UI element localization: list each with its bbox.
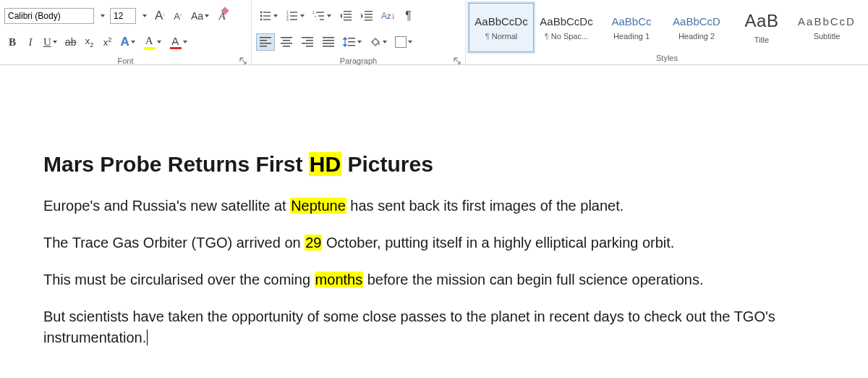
paragraph[interactable]: The Trace Gas Orbiter (TGO) arrived on 2… [43,232,810,253]
multilevel-list-button[interactable]: 1ai [310,7,334,25]
line-spacing-icon [343,36,356,48]
align-center-button[interactable] [277,33,296,51]
clear-formatting-button[interactable]: A [214,7,230,25]
bold-button[interactable]: B [4,33,20,51]
svg-point-2 [260,15,263,17]
paragraph-dialog-launcher[interactable] [452,56,462,66]
svg-rect-31 [283,40,290,41]
justify-button[interactable] [319,33,338,51]
align-left-button[interactable] [256,33,275,51]
highlight-color-button[interactable]: A [140,33,164,51]
superscript-button[interactable]: x2 [99,33,115,51]
paragraph[interactable]: This must be circularised over the comin… [43,269,810,290]
svg-rect-27 [260,40,267,41]
bullets-icon [259,10,272,22]
svg-rect-1 [263,12,271,12]
svg-text:i: i [316,18,317,22]
svg-rect-15 [318,15,324,16]
style-name: Subtitle [814,32,841,41]
svg-rect-32 [281,43,292,44]
grow-font-button[interactable]: Aˆ [152,7,168,25]
style-card-normal[interactable]: AaBbCcDc¶ Normal [469,3,534,52]
svg-rect-22 [365,11,373,12]
style-preview: AaBbCcDc [475,15,527,28]
shrink-font-button[interactable]: Aˇ [170,7,186,25]
svg-rect-7 [290,12,297,12]
style-card-title[interactable]: AaBTitle [729,3,794,52]
text-cursor [147,329,148,345]
styles-gallery[interactable]: AaBbCcDc¶ NormalAaBbCcDc¶ No Spac...AaBb… [466,0,868,52]
font-dialog-launcher[interactable] [238,56,248,66]
styles-group-label: Styles [466,52,868,64]
highlighted-word: 29 [305,235,322,251]
style-preview: AaBbCc [611,15,651,28]
launcher-icon [454,57,461,64]
justify-icon [322,36,335,48]
style-name: Heading 2 [678,32,715,41]
svg-rect-24 [365,17,373,17]
font-size-combo[interactable] [110,8,136,24]
svg-rect-13 [316,12,324,12]
line-spacing-button[interactable] [340,33,365,51]
svg-text:3: 3 [286,17,289,22]
font-group: Aˆ Aˇ Aa A B I U ab x2 x2 A A [0,0,252,64]
highlighted-word: HD [309,152,341,176]
strikethrough-button[interactable]: ab [62,33,80,51]
indent-icon [360,10,373,22]
highlight-swatch [144,47,156,50]
text-effects-button[interactable]: A [117,33,137,51]
svg-rect-30 [281,37,292,38]
style-preview: AaB [745,11,779,31]
highlighted-word: months [315,272,364,287]
show-marks-button[interactable]: ¶ [401,7,417,25]
style-card-subtitle[interactable]: AaBbCcDSubtitle [794,3,859,52]
align-right-icon [301,36,314,48]
font-color-button[interactable]: A [166,33,190,51]
svg-rect-40 [323,43,334,44]
svg-rect-33 [283,46,290,47]
svg-point-0 [260,12,263,14]
svg-rect-28 [260,43,271,44]
svg-rect-44 [348,45,355,46]
style-card-heading-1[interactable]: AaBbCcHeading 1 [599,3,664,52]
svg-rect-18 [344,11,352,12]
font-size-dropdown[interactable] [138,7,150,25]
font-group-label: Font [0,55,251,67]
style-card-no-spac-[interactable]: AaBbCcDc¶ No Spac... [534,3,599,52]
underline-button[interactable]: U [41,33,60,51]
numbering-button[interactable]: 123 [283,7,307,25]
style-card-heading-2[interactable]: AaBbCcDHeading 2 [664,3,729,52]
heading-1[interactable]: Mars Probe Returns First HD Pictures [43,152,810,177]
style-preview: AaBbCcD [673,15,720,28]
svg-rect-36 [302,43,313,44]
ribbon: Aˆ Aˇ Aa A B I U ab x2 x2 A A [0,0,868,65]
sort-button[interactable]: AZ↓ [378,7,399,25]
svg-rect-42 [348,38,355,39]
italic-button[interactable]: I [22,33,38,51]
decrease-indent-button[interactable] [336,7,355,25]
borders-button[interactable] [392,33,415,51]
svg-rect-9 [290,15,297,16]
change-case-button[interactable]: Aa [188,7,212,25]
subscript-button[interactable]: x2 [81,33,97,51]
document-body[interactable]: Mars Probe Returns First HD Pictures Eur… [43,152,810,348]
highlighted-word: Neptune [290,198,346,214]
align-left-icon [259,36,272,48]
increase-indent-button[interactable] [357,7,376,25]
document-area[interactable]: Mars Probe Returns First HD Pictures Eur… [0,65,868,378]
align-center-icon [280,36,293,48]
borders-icon [395,36,407,48]
bullets-button[interactable] [256,7,281,25]
svg-point-4 [260,19,263,21]
paragraph[interactable]: But scientists have taken the opportunit… [43,306,810,348]
shading-button[interactable] [367,33,390,51]
svg-rect-3 [263,15,271,16]
font-name-combo[interactable] [4,8,94,24]
bucket-icon [370,36,381,48]
paragraph[interactable]: Europe's and Russia's new satellite at N… [43,196,810,217]
svg-rect-19 [344,14,352,14]
align-right-button[interactable] [298,33,317,51]
font-name-dropdown[interactable] [96,7,108,25]
svg-rect-41 [323,46,334,47]
svg-rect-35 [306,40,313,41]
